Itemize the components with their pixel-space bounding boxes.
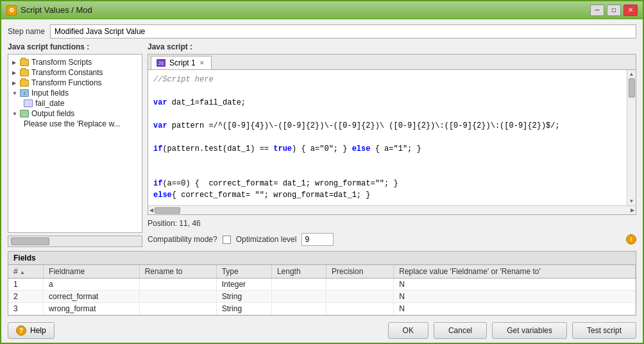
col-fieldname: Fieldname xyxy=(44,265,140,279)
cell-rename xyxy=(139,279,216,291)
cell-fieldname: a xyxy=(44,279,140,291)
tree-container: ▶ Transform Scripts ▶ Transform Constant… xyxy=(8,54,142,233)
cell-precision xyxy=(326,303,394,315)
compat-row: Compatibility mode? Optimization level ! xyxy=(148,232,636,247)
col-num: # ▲ xyxy=(8,265,44,279)
cell-length xyxy=(271,291,326,303)
left-panel-label: Java script functions : xyxy=(8,42,142,51)
tree-label-replace-note: Please use the 'Replace w... xyxy=(24,119,120,128)
cell-num: 1 xyxy=(8,279,44,291)
cell-fieldname: wrong_format xyxy=(44,303,140,315)
folder-icon xyxy=(20,80,29,87)
cancel-button[interactable]: Cancel xyxy=(434,322,487,339)
code-line: var pattern =/^([0-9]{4})\-([0-9]{2})\-(… xyxy=(153,120,622,132)
script-tab-1[interactable]: JS Script 1 ✕ xyxy=(151,56,212,69)
left-scroll-thumb[interactable] xyxy=(11,237,49,245)
col-replace: Replace value 'Fieldname' or 'Rename to' xyxy=(394,265,636,279)
code-line: else{ correct_format= ""; wrong_format=d… xyxy=(153,189,622,201)
scroll-up-btn[interactable]: ▲ xyxy=(629,71,634,77)
fields-section: Fields # ▲ Fieldname Rename to Type Leng… xyxy=(8,251,636,316)
help-button[interactable]: ? Help xyxy=(8,322,55,339)
step-name-input[interactable] xyxy=(50,24,636,39)
table-row: 3 wrong_format String N xyxy=(8,303,636,315)
code-line xyxy=(153,85,622,97)
output-icon xyxy=(20,110,29,117)
cell-num: 2 xyxy=(8,291,44,303)
opt-label: Optimization level xyxy=(236,235,297,244)
code-line: if(pattern.test(dat_1) == true) { a="0";… xyxy=(153,143,622,155)
scroll-down-btn[interactable]: ▼ xyxy=(629,198,634,204)
cell-type: String xyxy=(216,291,271,303)
tree-label-transform-functions: Transform Functions xyxy=(31,78,102,87)
cell-type: Integer xyxy=(216,279,271,291)
warning-indicator: ! xyxy=(626,234,636,245)
field-icon xyxy=(24,99,33,107)
cell-precision xyxy=(326,279,394,291)
minimize-button[interactable]: ─ xyxy=(590,4,604,16)
tree-item-transform-constants[interactable]: ▶ Transform Constants xyxy=(11,67,139,78)
step-name-label: Step name xyxy=(8,27,45,36)
tree-item-replace-note: Please use the 'Replace w... xyxy=(22,119,139,129)
help-label: Help xyxy=(30,326,46,335)
script-container: JS Script 1 ✕ //Script here var dat_1=fa… xyxy=(148,54,636,215)
code-line xyxy=(153,155,622,166)
scroll-left-btn[interactable]: ◀ xyxy=(149,207,153,213)
scroll-thumb-v[interactable] xyxy=(629,78,635,98)
tree-label-input-fields: Input fields xyxy=(31,89,69,98)
compat-checkbox[interactable] xyxy=(223,236,231,244)
code-line xyxy=(153,108,622,120)
right-panel-label: Java script : xyxy=(148,42,636,51)
fields-table: # ▲ Fieldname Rename to Type Length Prec… xyxy=(8,265,636,315)
col-precision: Precision xyxy=(326,265,394,279)
tree-label-fail-date: fail_date xyxy=(35,99,64,108)
maximize-button[interactable]: □ xyxy=(607,4,621,16)
cell-rename xyxy=(139,291,216,303)
help-icon: ? xyxy=(16,325,26,336)
scroll-thumb-h[interactable] xyxy=(155,207,180,214)
left-scrollbar[interactable] xyxy=(8,236,142,247)
table-row: 2 correct_format String N xyxy=(8,291,636,303)
code-line xyxy=(153,132,622,143)
scroll-right-btn[interactable]: ▶ xyxy=(631,207,634,213)
code-editor[interactable]: //Script here var dat_1=fail_date; var p… xyxy=(148,70,627,205)
test-script-button[interactable]: Test script xyxy=(572,322,636,339)
input-icon: I xyxy=(20,89,29,97)
tree-item-transform-functions[interactable]: ▶ Transform Functions xyxy=(11,78,139,88)
cell-replace: N xyxy=(394,279,636,291)
code-line: if(a==0) { correct_format= dat_1; wrong_… xyxy=(153,178,622,189)
code-line xyxy=(153,166,622,178)
cell-length xyxy=(271,279,326,291)
script-vscrollbar[interactable]: ▲ ▼ xyxy=(627,70,636,205)
ok-button[interactable]: OK xyxy=(388,322,428,339)
cell-rename xyxy=(139,303,216,315)
col-length: Length xyxy=(271,265,326,279)
tree-item-output-fields[interactable]: ▼ Output fields xyxy=(11,108,139,119)
folder-icon xyxy=(20,59,29,66)
cell-fieldname: correct_format xyxy=(44,291,140,303)
tree-item-fail-date[interactable]: fail_date xyxy=(22,98,139,108)
bottom-bar: ? Help OK Cancel Get variables Test scri… xyxy=(8,320,636,340)
cell-replace: N xyxy=(394,303,636,315)
tree-label-output-fields: Output fields xyxy=(31,109,74,118)
close-button[interactable]: ✕ xyxy=(623,4,638,16)
opt-input[interactable] xyxy=(301,233,334,246)
tree-item-transform-scripts[interactable]: ▶ Transform Scripts xyxy=(11,57,139,67)
position-bar: Position: 11, 46 xyxy=(148,218,636,229)
window-title: Script Values / Mod xyxy=(21,5,92,15)
cell-type: String xyxy=(216,303,271,315)
script-tab-icon: JS xyxy=(157,59,165,67)
titlebar: ⚙ Script Values / Mod ─ □ ✕ xyxy=(1,1,643,19)
app-icon: ⚙ xyxy=(6,5,17,15)
col-rename: Rename to xyxy=(139,265,216,279)
cell-replace: N xyxy=(394,291,636,303)
tree-label-transform-constants: Transform Constants xyxy=(31,68,103,77)
folder-icon xyxy=(20,69,29,76)
cell-length xyxy=(271,303,326,315)
script-tab-close[interactable]: ✕ xyxy=(199,60,205,66)
table-row: 1 a Integer N xyxy=(8,279,636,291)
script-tab-bar: JS Script 1 ✕ xyxy=(148,55,636,70)
tree-item-input-fields[interactable]: ▼ I Input fields xyxy=(11,88,139,98)
script-hscrollbar[interactable]: ◀ ▶ xyxy=(148,205,636,214)
get-variables-button[interactable]: Get variables xyxy=(492,322,567,339)
code-line: //Script here xyxy=(153,74,622,85)
